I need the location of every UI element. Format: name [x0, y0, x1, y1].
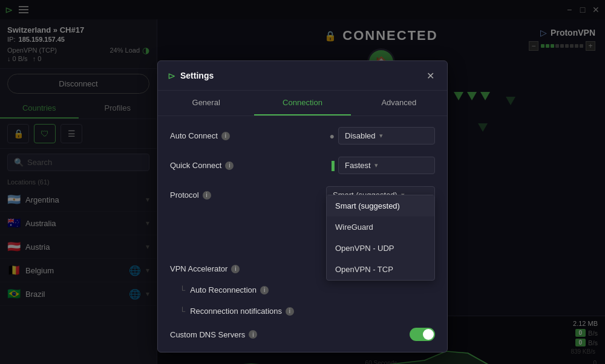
quick-connect-control: ▐ Fastest ▾	[329, 157, 435, 174]
dialog-close-button[interactable]: ✕	[423, 68, 437, 83]
dialog-tabs: General Connection Advanced	[158, 91, 447, 116]
protocol-label: Protocol i	[170, 190, 319, 200]
chevron-down-icon: ▾	[374, 161, 378, 169]
tab-advanced[interactable]: Advanced	[351, 91, 447, 115]
reconnection-notifications-info-icon[interactable]: i	[286, 307, 294, 316]
auto-connect-control: ● Disabled ▾	[330, 127, 435, 145]
auto-connect-label: Auto Connect i	[170, 131, 322, 140]
custom-dns-toggle[interactable]	[410, 328, 435, 341]
quick-connect-row: Quick Connect i ▐ Fastest ▾	[158, 151, 447, 180]
indent-connector-icon: └	[180, 307, 185, 316]
protocol-dropdown-menu: Smart (suggested) WireGuard OpenVPN - UD…	[326, 195, 435, 281]
auto-reconnection-row: └ Auto Reconnection i	[158, 279, 447, 301]
protocol-info-icon[interactable]: i	[203, 191, 211, 200]
auto-reconnection-label: └ Auto Reconnection i	[180, 285, 435, 294]
custom-dns-info-icon[interactable]: i	[249, 330, 257, 339]
toggle-knob	[423, 329, 434, 340]
tab-connection[interactable]: Connection	[254, 91, 350, 115]
modal-overlay: ⊳ Settings ✕ General Connection Advanced…	[0, 0, 605, 364]
dialog-titlebar: ⊳ Settings ✕	[158, 61, 447, 91]
indent-connector-icon: └	[180, 285, 185, 294]
protocol-option-openvpn-udp[interactable]: OpenVPN - UDP	[327, 238, 434, 259]
reconnection-notifications-row: └ Reconnection notifications i	[158, 301, 447, 322]
vpn-accelerator-info-icon[interactable]: i	[231, 265, 240, 273]
quick-connect-info-icon[interactable]: i	[225, 161, 234, 170]
auto-connect-row: Auto Connect i ● Disabled ▾	[158, 121, 447, 151]
auto-connect-info-icon[interactable]: i	[221, 132, 230, 140]
chevron-down-icon: ▾	[379, 132, 383, 140]
quick-connect-label: Quick Connect i	[170, 161, 321, 170]
disabled-dot-icon: ●	[330, 131, 335, 141]
dialog-body: Auto Connect i ● Disabled ▾ Quick Connec…	[158, 116, 447, 352]
protocol-option-openvpn-tcp[interactable]: OpenVPN - TCP	[327, 259, 434, 280]
signal-bars-icon: ▐	[329, 161, 335, 171]
protocol-option-smart[interactable]: Smart (suggested)	[327, 195, 434, 216]
dialog-title: Settings	[180, 71, 418, 80]
custom-dns-label: Custom DNS Servers i	[170, 330, 402, 339]
tab-general[interactable]: General	[158, 91, 254, 115]
custom-dns-row: Custom DNS Servers i	[158, 322, 447, 347]
protocol-option-wireguard[interactable]: WireGuard	[327, 216, 434, 238]
auto-reconnection-info-icon[interactable]: i	[260, 286, 269, 294]
settings-dialog: ⊳ Settings ✕ General Connection Advanced…	[157, 60, 448, 353]
reconnection-notifications-label: └ Reconnection notifications i	[180, 307, 435, 316]
quick-connect-dropdown[interactable]: Fastest ▾	[338, 157, 435, 174]
dialog-logo-icon: ⊳	[168, 70, 175, 82]
auto-connect-dropdown[interactable]: Disabled ▾	[338, 127, 435, 145]
